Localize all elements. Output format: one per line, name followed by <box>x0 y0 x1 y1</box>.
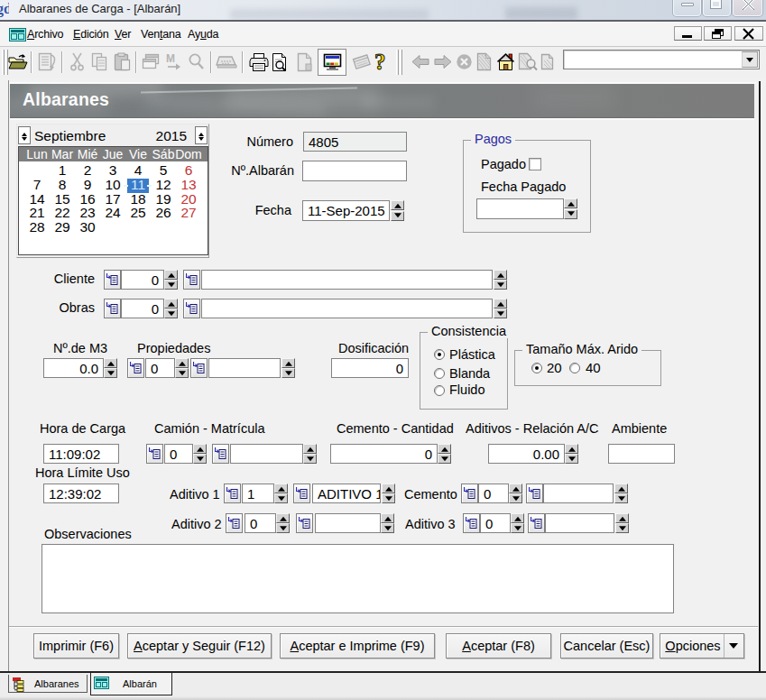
svg-text:?: ? <box>374 51 386 74</box>
